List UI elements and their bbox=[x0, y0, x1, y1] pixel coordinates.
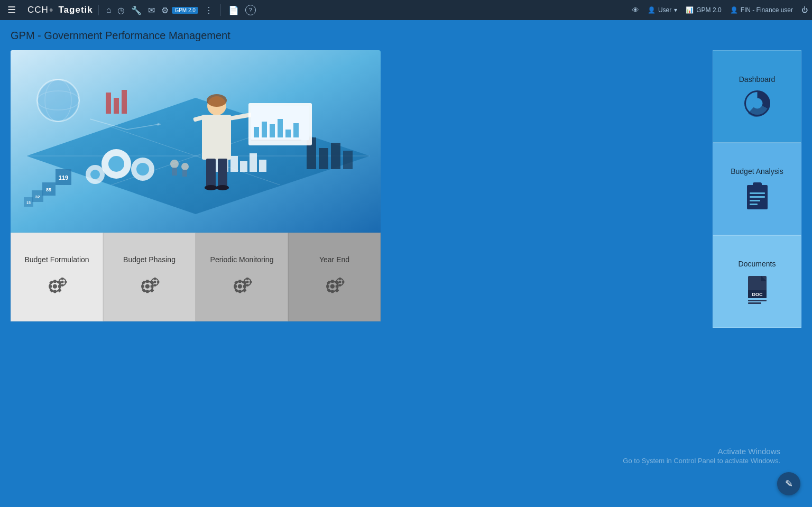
svg-rect-35 bbox=[218, 159, 227, 188]
svg-rect-64 bbox=[53, 280, 56, 283]
svg-rect-119 bbox=[335, 289, 339, 293]
gpm-menu[interactable]: 📊 GPM 2.0 bbox=[686, 6, 721, 14]
tile-dashboard[interactable]: Dashboard bbox=[713, 50, 801, 143]
svg-rect-71 bbox=[57, 289, 61, 293]
tile-budget-formulation[interactable]: Budget Formulation bbox=[11, 233, 103, 321]
svg-rect-6 bbox=[319, 148, 328, 169]
svg-rect-81 bbox=[146, 290, 149, 293]
wrench-icon[interactable]: 🔧 bbox=[131, 5, 142, 15]
svg-text:15: 15 bbox=[26, 201, 31, 205]
gpm-label: GPM 2.0 bbox=[696, 6, 721, 14]
edit-icon: ✎ bbox=[785, 478, 793, 490]
svg-rect-123 bbox=[338, 284, 340, 287]
svg-rect-97 bbox=[238, 290, 241, 293]
gear-icon bbox=[44, 272, 70, 299]
svg-rect-106 bbox=[246, 278, 248, 280]
user-dropdown-icon: ▾ bbox=[674, 6, 677, 14]
fin-menu[interactable]: 👤 FIN - Finance user bbox=[730, 6, 793, 14]
email-icon[interactable]: ✉ bbox=[148, 5, 155, 15]
svg-rect-56 bbox=[172, 168, 177, 176]
svg-rect-42 bbox=[262, 122, 267, 137]
page-title: GPM - Government Performance Management bbox=[11, 30, 801, 42]
svg-rect-96 bbox=[238, 280, 241, 283]
tile-budget-phasing[interactable]: Budget Phasing bbox=[103, 233, 196, 321]
svg-rect-74 bbox=[61, 278, 63, 280]
svg-point-105 bbox=[246, 281, 248, 283]
svg-point-121 bbox=[338, 281, 341, 283]
svg-rect-65 bbox=[53, 290, 56, 293]
fin-icon: 👤 bbox=[730, 6, 738, 14]
logo-prefix: CCH bbox=[27, 5, 49, 15]
tasks-icon[interactable]: ⚙ bbox=[161, 5, 169, 15]
svg-text:DOC: DOC bbox=[752, 292, 763, 297]
svg-rect-129 bbox=[753, 182, 762, 188]
svg-rect-77 bbox=[64, 281, 67, 283]
watermark-title: Activate Windows bbox=[623, 447, 780, 456]
svg-rect-109 bbox=[250, 281, 252, 283]
user-label: User bbox=[658, 6, 671, 14]
power-button[interactable]: ⏻ bbox=[801, 6, 808, 14]
svg-point-79 bbox=[145, 284, 149, 289]
tile-year-end[interactable]: Year End bbox=[288, 233, 381, 321]
activate-watermark: Activate Windows Go to System in Control… bbox=[623, 447, 780, 465]
user-menu[interactable]: 👤 User ▾ bbox=[648, 6, 677, 14]
tile-label: Year End bbox=[319, 255, 349, 264]
svg-rect-45 bbox=[285, 130, 291, 137]
gear-icon bbox=[321, 272, 348, 299]
tasks-badge: GPM 2.0 bbox=[172, 7, 198, 14]
svg-rect-91 bbox=[153, 284, 155, 287]
svg-rect-44 bbox=[278, 119, 283, 137]
clipboard-icon bbox=[743, 181, 772, 211]
document-icon: DOC bbox=[743, 273, 772, 304]
eye-menu[interactable]: 👁 bbox=[632, 6, 639, 14]
svg-point-38 bbox=[207, 94, 227, 107]
svg-rect-41 bbox=[254, 127, 259, 137]
tile-budget-analysis[interactable]: Budget Analysis bbox=[713, 143, 801, 235]
hamburger-button[interactable]: ☰ bbox=[4, 2, 19, 18]
svg-rect-12 bbox=[240, 161, 247, 172]
svg-rect-98 bbox=[234, 285, 237, 288]
svg-rect-30 bbox=[202, 115, 231, 160]
tile-periodic-monitoring[interactable]: Periodic Monitoring bbox=[196, 233, 288, 321]
svg-rect-113 bbox=[331, 290, 334, 293]
content-grid: 119 85 32 15 bbox=[11, 50, 801, 328]
svg-rect-53 bbox=[114, 98, 119, 114]
tile-label: Budget Formulation bbox=[24, 255, 89, 264]
right-section: Dashboard Budget Analysis bbox=[713, 50, 801, 328]
svg-rect-124 bbox=[335, 281, 337, 283]
tile-documents[interactable]: Documents DOC bbox=[713, 235, 801, 328]
app-logo: CCH® Tagetik bbox=[22, 5, 99, 15]
svg-rect-130 bbox=[750, 192, 765, 194]
svg-rect-138 bbox=[748, 300, 767, 301]
history-icon[interactable]: ◷ bbox=[117, 5, 125, 15]
svg-rect-46 bbox=[293, 123, 299, 137]
document-icon[interactable]: 📄 bbox=[228, 5, 239, 15]
fab-button[interactable]: ✎ bbox=[777, 472, 800, 495]
svg-point-89 bbox=[153, 281, 156, 283]
svg-rect-75 bbox=[61, 284, 63, 287]
logo-sup: ® bbox=[50, 8, 53, 13]
svg-point-18 bbox=[136, 163, 149, 176]
gear-icon bbox=[136, 272, 163, 299]
svg-rect-107 bbox=[246, 284, 248, 287]
home-icon[interactable]: ⌂ bbox=[106, 5, 112, 15]
watermark-subtitle: Go to System in Control Panel to activat… bbox=[623, 457, 780, 465]
svg-rect-90 bbox=[153, 278, 155, 280]
left-section: 119 85 32 15 bbox=[11, 50, 381, 321]
user-icon: 👤 bbox=[648, 6, 656, 14]
gear-icon bbox=[229, 272, 255, 299]
svg-rect-139 bbox=[748, 302, 761, 304]
svg-rect-108 bbox=[242, 281, 244, 283]
svg-rect-43 bbox=[270, 124, 275, 137]
svg-rect-66 bbox=[49, 285, 52, 288]
svg-rect-11 bbox=[230, 156, 238, 172]
svg-rect-34 bbox=[206, 159, 216, 188]
main-content: GPM - Government Performance Management bbox=[0, 20, 812, 337]
svg-point-55 bbox=[170, 160, 179, 168]
help-icon[interactable]: ? bbox=[245, 5, 256, 15]
svg-point-20 bbox=[90, 170, 100, 179]
more-icon[interactable]: ⋮ bbox=[205, 5, 213, 15]
svg-point-36 bbox=[205, 185, 217, 190]
svg-point-111 bbox=[330, 284, 334, 289]
svg-text:32: 32 bbox=[35, 195, 40, 199]
